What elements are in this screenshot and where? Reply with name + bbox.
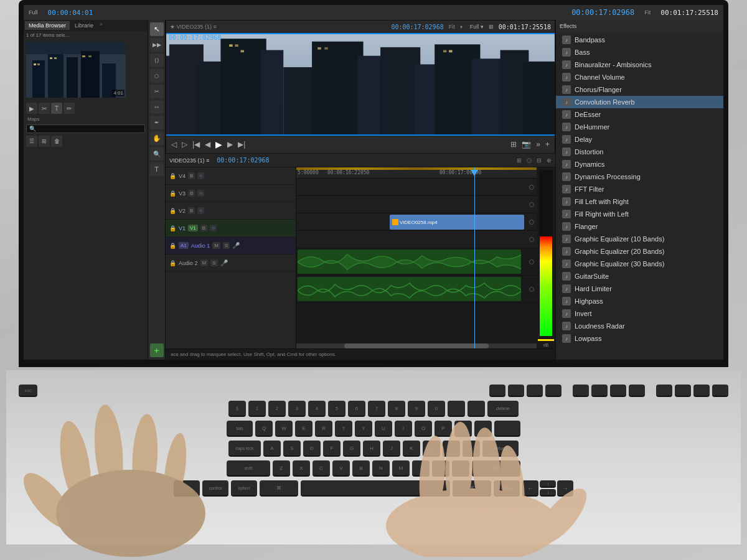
key-4[interactable]: 4	[308, 401, 326, 417]
key-quote[interactable]	[463, 441, 480, 457]
tl-tool-3[interactable]: ⊟	[537, 157, 542, 164]
key-d[interactable]: D	[303, 441, 321, 457]
pm-tools[interactable]: ⊞	[489, 24, 494, 30]
key-v[interactable]: V	[332, 460, 350, 477]
effect-item-bandpass[interactable]: ♪Bandpass	[556, 34, 723, 46]
key-f9[interactable]	[656, 385, 672, 397]
key-y[interactable]: Y	[355, 421, 372, 437]
key-3[interactable]: 3	[288, 401, 306, 417]
key-x[interactable]: X	[293, 460, 310, 477]
key-semi[interactable]	[443, 441, 460, 457]
key-f11[interactable]	[693, 385, 710, 397]
key-l[interactable]: L	[423, 441, 440, 457]
effect-item-graphic-equalizer--20-bands-[interactable]: ♪Graphic Equalizer (20 Bands)	[556, 245, 723, 258]
key-backtick[interactable]: §	[228, 401, 246, 417]
tl-tool-1[interactable]: ⊞	[517, 157, 522, 164]
effect-item-convolution-reverb[interactable]: ♪Convolution Reverb	[556, 96, 723, 108]
ctrl-mark-out[interactable]: ▷	[181, 140, 189, 149]
effect-item-graphic-equalizer--30-bands-[interactable]: ♪Graphic Equalizer (30 Bands)	[556, 258, 723, 270]
effect-item-lowpass[interactable]: ♪Lowpass	[556, 332, 723, 345]
a2-m[interactable]: M	[200, 259, 209, 266]
tool-ripple-btn[interactable]: ⟨⟩	[150, 54, 164, 67]
pm-chevron[interactable]: ▾	[460, 24, 463, 30]
key-capslock[interactable]: caps lock	[228, 441, 261, 457]
v3-vis[interactable]: ○	[197, 190, 204, 197]
a1-s[interactable]: S	[223, 242, 230, 249]
key-w[interactable]: W	[275, 421, 293, 437]
key-shift-l[interactable]: shift	[227, 460, 270, 477]
tool-pen-btn[interactable]: ✒	[150, 116, 164, 129]
tool-text[interactable]: T	[51, 103, 62, 114]
tool-slip-btn[interactable]: ⇿	[150, 100, 164, 114]
v2-vis[interactable]: ○	[197, 207, 204, 214]
key-5[interactable]: 5	[328, 401, 345, 417]
key-c[interactable]: C	[312, 460, 330, 477]
tool-text-btn[interactable]: T	[150, 162, 164, 176]
key-period[interactable]	[432, 460, 449, 477]
key-f[interactable]: F	[323, 441, 341, 457]
tool-trackselect-btn[interactable]: ▶▶	[150, 38, 164, 52]
key-f2[interactable]	[508, 385, 524, 397]
v3-eye[interactable]: B	[188, 190, 195, 197]
tool-razor[interactable]: ✂	[39, 103, 50, 114]
tool-hand-btn[interactable]: ✋	[150, 131, 164, 145]
key-z[interactable]: Z	[273, 460, 290, 477]
ctrl-safe-margin[interactable]: ⊞	[509, 140, 518, 149]
ctrl-export-frame[interactable]: 📷	[520, 140, 532, 149]
key-slash[interactable]	[452, 460, 469, 477]
key-s[interactable]: S	[283, 441, 301, 457]
key-a[interactable]: A	[263, 441, 281, 457]
key-comma[interactable]	[412, 460, 430, 477]
key-h[interactable]: H	[363, 441, 380, 457]
key-f10[interactable]	[675, 385, 691, 397]
key-0[interactable]: 0	[428, 401, 445, 417]
key-fn[interactable]: fn	[174, 480, 200, 497]
key-j[interactable]: J	[383, 441, 400, 457]
key-o[interactable]: O	[415, 421, 432, 437]
key-equal[interactable]	[467, 401, 485, 417]
key-f4[interactable]	[545, 385, 561, 397]
v1-vis[interactable]: ○	[210, 225, 217, 231]
pm-full[interactable]: Full ▾	[470, 24, 484, 30]
a2-s[interactable]: S	[210, 259, 217, 266]
key-cmd-l[interactable]: ⌘	[260, 480, 298, 497]
key-u[interactable]: U	[375, 421, 392, 437]
effect-item-loudness-radar[interactable]: ♪Loudness Radar	[556, 320, 723, 332]
key-2[interactable]: 2	[268, 401, 286, 417]
key-esc[interactable]: esc	[19, 385, 37, 397]
key-ctrl[interactable]: control	[202, 480, 228, 497]
effect-item-channel-volume[interactable]: ♪Channel Volume	[556, 71, 723, 83]
v4-eye[interactable]: B	[188, 172, 195, 179]
effect-item-flanger[interactable]: ♪Flanger	[556, 220, 723, 233]
tool-select[interactable]: ▶	[26, 103, 37, 114]
ctrl-play[interactable]: ▶	[214, 139, 223, 149]
key-bracket-r[interactable]	[474, 421, 492, 437]
tool-zoom-btn[interactable]: 🔍	[150, 147, 164, 161]
search-bar[interactable]: 🔍	[26, 124, 145, 133]
key-delete[interactable]: delete	[487, 401, 519, 417]
ctrl-add[interactable]: +	[544, 140, 551, 149]
key-1[interactable]: 1	[248, 401, 266, 417]
grid-icon[interactable]: ⊞	[39, 136, 50, 147]
tool-add-btn[interactable]: +	[150, 343, 164, 357]
effect-item-delay[interactable]: ♪Delay	[556, 133, 723, 146]
key-m[interactable]: M	[392, 460, 410, 477]
effect-item-fft-filter[interactable]: ♪FFT Filter	[556, 183, 723, 195]
tool-razor-btn[interactable]: ✂	[150, 85, 164, 98]
tl-tool-2[interactable]: ⬡	[527, 157, 532, 164]
key-7[interactable]: 7	[368, 401, 385, 417]
key-b[interactable]: B	[352, 460, 370, 477]
tab-media-browser[interactable]: Media Browser	[25, 21, 70, 30]
pm-fit[interactable]: Fit	[449, 24, 455, 30]
key-option-r[interactable]: option	[494, 480, 520, 497]
key-cmd-r[interactable]: ⌘	[453, 480, 491, 497]
v4-vis[interactable]: ○	[197, 172, 204, 179]
effect-item-distortion[interactable]: ♪Distortion	[556, 146, 723, 158]
effect-item-guitarsuite[interactable]: ♪GuitarSuite	[556, 270, 723, 282]
key-k[interactable]: K	[403, 441, 420, 457]
effect-item-dynamics[interactable]: ♪Dynamics	[556, 158, 723, 170]
effect-item-highpass[interactable]: ♪Highpass	[556, 295, 723, 307]
ctrl-next-edit[interactable]: ▶|	[237, 140, 247, 149]
key-space[interactable]	[301, 480, 450, 497]
fit-label[interactable]: Fit	[644, 9, 651, 16]
